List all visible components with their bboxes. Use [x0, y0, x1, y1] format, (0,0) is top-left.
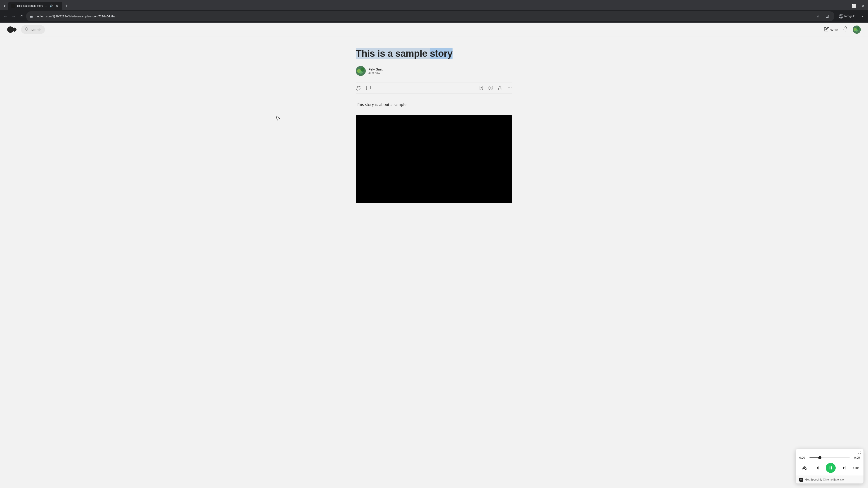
- speechify-icon: [799, 478, 803, 482]
- player-collapse-button[interactable]: [858, 451, 861, 455]
- player-header: [796, 449, 864, 456]
- tab-switcher-button[interactable]: ▾: [2, 2, 7, 9]
- save-button[interactable]: [479, 86, 484, 90]
- author-name[interactable]: Fely Smith: [368, 67, 384, 71]
- player-progress: 0:00 0:05: [796, 456, 864, 462]
- svg-point-2: [25, 28, 28, 30]
- speechify-footer[interactable]: Get Speechify Chrome Extension: [796, 476, 864, 484]
- search-bar[interactable]: Search: [21, 25, 45, 34]
- svg-point-17: [509, 88, 510, 88]
- incognito-label: Incognito: [844, 15, 855, 18]
- share-button[interactable]: [498, 86, 503, 90]
- progress-bar[interactable]: [809, 457, 850, 458]
- pause-button[interactable]: [826, 463, 836, 473]
- action-right: [479, 86, 512, 90]
- medium-logo[interactable]: [7, 26, 17, 33]
- maximize-button[interactable]: ⬜: [851, 3, 857, 9]
- player-current-time: 0:00: [799, 456, 807, 459]
- tab-audio-icon: 🔊: [50, 4, 53, 7]
- bookmark-button[interactable]: ☆: [814, 13, 822, 20]
- logo-circles: [7, 26, 17, 33]
- incognito-button[interactable]: Incognito: [837, 13, 857, 20]
- back-button[interactable]: ←: [2, 13, 9, 20]
- split-view-button[interactable]: ⊡: [824, 13, 831, 20]
- svg-point-19: [803, 466, 805, 468]
- clap-button[interactable]: [356, 85, 361, 91]
- progress-handle[interactable]: [818, 456, 822, 459]
- next-button[interactable]: [840, 464, 848, 472]
- comment-button[interactable]: [366, 85, 371, 91]
- video-embed[interactable]: [356, 115, 512, 203]
- logo-small-circle: [12, 28, 17, 32]
- article-body: This story is about a sample: [356, 101, 512, 108]
- svg-point-13: [489, 86, 493, 90]
- speed-button[interactable]: 1.0x: [853, 466, 859, 470]
- previous-button[interactable]: [813, 464, 821, 472]
- video-placeholder: [356, 115, 512, 203]
- minimize-button[interactable]: —: [842, 3, 848, 9]
- navigation-bar: ← → ↻ medium.com/@89f4222e/this-is-a-sam…: [0, 10, 868, 23]
- svg-point-10: [359, 71, 363, 74]
- svg-rect-20: [830, 466, 830, 469]
- author-avatar[interactable]: [356, 66, 366, 76]
- svg-point-9: [361, 68, 364, 72]
- forward-button[interactable]: →: [10, 13, 17, 20]
- write-label: Write: [830, 28, 838, 32]
- pause-audio-button[interactable]: [488, 86, 493, 90]
- write-icon: [824, 27, 829, 33]
- author-section: Fely Smith Just now: [356, 66, 512, 76]
- active-tab[interactable]: This is a sample story - Fely 🔊 ✕: [8, 2, 62, 10]
- user-avatar[interactable]: [852, 26, 861, 34]
- medium-header: Search Write: [0, 23, 868, 37]
- author-info: Fely Smith Just now: [368, 67, 384, 74]
- tab-group: ▾ This is a sample story - Fely 🔊 ✕ +: [2, 2, 70, 10]
- url-text: medium.com/@89f4222e/this-is-a-sample-st…: [35, 15, 813, 18]
- browser-actions: Incognito ⋮: [837, 13, 866, 20]
- more-options-button[interactable]: ⋮: [859, 13, 866, 20]
- tab-favicon: [11, 4, 15, 8]
- write-button[interactable]: Write: [824, 27, 838, 33]
- player-controls: 1.0x: [796, 462, 864, 476]
- new-tab-button[interactable]: +: [63, 3, 70, 9]
- svg-point-16: [508, 88, 509, 88]
- title-text-highlight: story: [430, 48, 453, 59]
- incognito-icon: [839, 14, 843, 19]
- more-button[interactable]: [507, 86, 512, 90]
- player-total-time: 0:05: [852, 456, 860, 459]
- tab-title: This is a sample story - Fely: [17, 4, 48, 7]
- svg-rect-21: [831, 466, 832, 469]
- action-bar: [356, 82, 512, 94]
- action-left: [356, 85, 371, 91]
- svg-point-18: [511, 88, 512, 88]
- page-content: Search Write: [0, 23, 868, 488]
- article-title: This is a sample story: [356, 48, 512, 60]
- title-text-normal: This is a sample: [356, 48, 430, 59]
- search-icon: [25, 27, 29, 32]
- svg-point-6: [855, 29, 858, 32]
- header-right: Write: [824, 26, 861, 34]
- lock-icon: [30, 15, 33, 18]
- address-bar[interactable]: medium.com/@89f4222e/this-is-a-sample-st…: [26, 11, 834, 21]
- notification-button[interactable]: [843, 26, 848, 33]
- author-timestamp: Just now: [368, 71, 384, 74]
- speechify-label: Get Speechify Chrome Extension: [805, 478, 845, 481]
- tab-close-button[interactable]: ✕: [55, 4, 59, 8]
- refresh-button[interactable]: ↻: [18, 13, 25, 20]
- speechify-player: 0:00 0:05 1: [796, 449, 864, 484]
- article-container: This is a sample story Fely Smith Just n…: [350, 37, 518, 221]
- svg-point-1: [13, 5, 14, 7]
- close-button[interactable]: ✕: [860, 3, 866, 9]
- window-controls: — ⬜ ✕: [842, 3, 866, 9]
- search-placeholder: Search: [31, 28, 41, 32]
- tab-bar: ▾ This is a sample story - Fely 🔊 ✕ + — …: [0, 0, 868, 10]
- browser-frame: ▾ This is a sample story - Fely 🔊 ✕ + — …: [0, 0, 868, 23]
- reader-icon-button[interactable]: [800, 464, 809, 472]
